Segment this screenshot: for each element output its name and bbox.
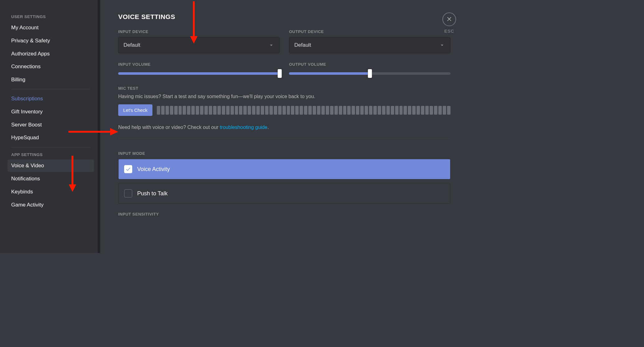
sidebar-item-authorized-apps[interactable]: Authorized Apps [7, 48, 94, 60]
radio-label: Voice Activity [137, 166, 170, 173]
input-volume-slider[interactable] [118, 70, 280, 77]
sidebar-item-server-boost[interactable]: Server Boost [7, 119, 94, 131]
chevron-down-icon [439, 42, 445, 48]
esc-label: ESC [444, 29, 454, 34]
checkbox-checked-icon [124, 165, 132, 173]
sidebar-item-game-activity[interactable]: Game Activity [7, 199, 94, 211]
mic-test-meter [157, 106, 450, 115]
sidebar-item-hypesquad[interactable]: HypeSquad [7, 131, 94, 144]
close-icon [446, 16, 452, 23]
input-mode-push-to-talk[interactable]: Push to Talk [118, 183, 450, 204]
troubleshooting-link[interactable]: troubleshooting guide [220, 125, 267, 130]
sidebar-item-connections[interactable]: Connections [7, 60, 94, 73]
settings-sidebar: USER SETTINGS My Account Privacy & Safet… [0, 0, 98, 253]
close-button[interactable] [442, 12, 456, 26]
help-text: Need help with voice or video? Check out… [118, 125, 450, 130]
output-device-select[interactable]: Default [289, 37, 450, 53]
output-volume-label: OUTPUT VOLUME [289, 62, 450, 67]
sidebar-item-subscriptions[interactable]: Subscriptions [7, 93, 94, 105]
section-divider [118, 138, 450, 139]
mic-test-label: MIC TEST [118, 86, 450, 91]
slider-thumb[interactable] [368, 69, 372, 78]
output-device-value: Default [294, 42, 311, 48]
output-volume-slider[interactable] [289, 70, 450, 77]
sidebar-item-my-account[interactable]: My Account [7, 21, 94, 34]
sidebar-item-voice-video[interactable]: Voice & Video [7, 159, 94, 172]
sidebar-item-keybinds[interactable]: Keybinds [7, 186, 94, 198]
slider-thumb[interactable] [278, 69, 282, 78]
input-volume-label: INPUT VOLUME [118, 62, 280, 67]
chevron-down-icon [268, 42, 274, 48]
sidebar-item-notifications[interactable]: Notifications [7, 173, 94, 185]
input-device-label: INPUT DEVICE [118, 29, 280, 34]
settings-main: ESC VOICE SETTINGS INPUT DEVICE Default … [100, 0, 469, 253]
input-mode-label: INPUT MODE [118, 151, 450, 156]
page-title: VOICE SETTINGS [118, 13, 450, 21]
input-device-value: Default [124, 42, 140, 48]
sidebar-section-app-settings: APP SETTINGS [7, 150, 94, 159]
sidebar-edge [98, 0, 100, 253]
input-sensitivity-label: INPUT SENSITIVITY [118, 212, 450, 216]
input-mode-voice-activity[interactable]: Voice Activity [118, 159, 450, 179]
sidebar-divider [11, 147, 90, 147]
mic-test-description: Having mic issues? Start a test and say … [118, 94, 450, 99]
input-device-select[interactable]: Default [118, 37, 280, 53]
sidebar-section-user-settings: USER SETTINGS [7, 12, 94, 21]
lets-check-button[interactable]: Let's Check [118, 104, 152, 116]
sidebar-item-gift-inventory[interactable]: Gift Inventory [7, 106, 94, 118]
sidebar-item-privacy-safety[interactable]: Privacy & Safety [7, 35, 94, 47]
sidebar-divider [11, 89, 90, 89]
sidebar-item-billing[interactable]: Billing [7, 74, 94, 86]
output-device-label: OUTPUT DEVICE [289, 29, 450, 34]
checkbox-unchecked-icon [124, 189, 132, 197]
radio-label: Push to Talk [137, 190, 168, 197]
